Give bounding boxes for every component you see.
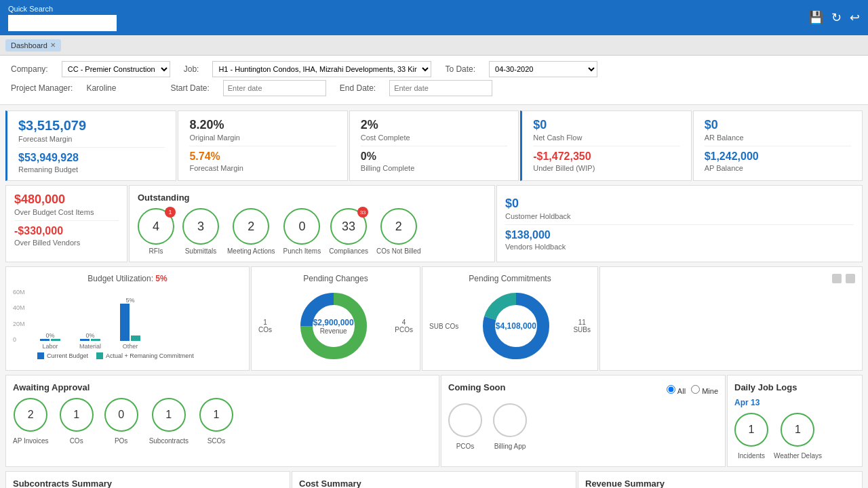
subcontracts-summary-card: Subcontracts Summary Original Contract S… [5,471,290,488]
under-billed-label: Under Billed (WIP) [533,164,679,172]
pending-commitments-title: Pending Commitments [429,274,591,283]
toggle-icon-2[interactable] [846,274,855,283]
outstanding-rfis[interactable]: 4 1 RFIs [138,208,174,255]
meeting-actions-label: Meeting Actions [227,247,275,255]
scos-label: SCOs [208,437,226,445]
vendors-holdback-value: $138,000 [505,229,854,241]
daily-weather-delays[interactable]: 1 Weather Delays [774,413,822,460]
subcontracts-value: 1 [165,409,172,421]
forecast-margin-label: Forecast Margin [18,135,165,143]
awaiting-cos[interactable]: 1 COs [60,398,94,445]
submittals-circle: 3 [182,208,219,245]
customer-holdback-value: $0 [505,197,854,211]
tab-label: Dashboard [11,41,47,49]
awaiting-approval-title: Awaiting Approval [13,382,432,392]
incidents-label: Incidents [738,452,765,460]
legend-actual-remaining: Actual + Remaning Commitment [96,352,194,359]
compliances-value: 33 [342,220,355,234]
outstanding-punch-items[interactable]: 0 Punch Items [283,208,321,255]
outstanding-submittals[interactable]: 3 Submittals [182,208,219,255]
radio-mine-label[interactable]: Mine [691,385,718,395]
outstanding-title: Outstanding [138,192,486,203]
company-select[interactable]: CC - Premier Construction [62,61,170,77]
over-billed-value: -$330,000 [14,225,119,237]
awaiting-approval-card: Awaiting Approval 2 AP Invoices 1 COs [5,375,439,467]
pending-changes-center-value: $2,900,000 [313,318,354,327]
coming-soon-title: Coming Soon [448,382,506,392]
kpi-forecast-margin: $3,515,079 Forecast Margin $53,949,928 R… [5,110,176,181]
radio-all-text: All [677,387,686,395]
punch-items-value: 0 [298,220,305,234]
coming-soon-billing-app[interactable]: Billing App [493,403,527,450]
search-label: Quick Search [8,5,117,13]
cos-value: 1 [73,409,79,421]
legend-current-budget-label: Current Budget [47,352,88,359]
subcontracts-label: Subcontracts [149,437,189,445]
submittals-label: Submittals [185,247,217,255]
outstanding-items: 4 1 RFIs 3 Submittals 2 M [138,208,486,255]
awaiting-pos[interactable]: 0 POs [104,398,138,445]
todate-select[interactable]: 04-30-2020 [489,61,597,77]
daily-incidents[interactable]: 1 Incidents [734,413,768,460]
tab-item[interactable]: Dashboard ✕ [5,39,61,52]
holdback-card: $0 Customer Holdback $138,000 Vendors Ho… [496,185,863,262]
pending-changes-center-sub: Revenue [313,327,354,335]
close-icon[interactable]: ✕ [50,41,56,49]
remaining-budget-label: Remaning Budget [18,165,165,174]
meeting-actions-circle: 2 [233,208,269,245]
compliances-circle: 33 33 [330,208,367,245]
save-icon[interactable]: 💾 [808,10,823,25]
labor-xlabel: Labor [42,343,58,350]
awaiting-scos[interactable]: 1 SCOs [199,398,233,445]
coming-soon-pcos[interactable]: PCOs [448,403,482,450]
radio-mine-input[interactable] [691,385,700,394]
pending-commitments-donut: $4,108,000 [479,289,553,363]
pm-label: Project Manager: [11,83,73,93]
forecast-margin-value: $3,515,079 [18,118,165,134]
awaiting-ap-invoices[interactable]: 2 AP Invoices [13,398,49,445]
compliances-label: Compliances [329,247,368,255]
bar-chart-area: 60M 40M 20M 0 0% Labor [13,289,242,357]
ar-balance-label: AR Balance [705,134,851,142]
legend-current-budget: Current Budget [37,352,88,359]
remaining-budget-value: $53,949,928 [18,152,165,164]
ar-balance-value: $0 [705,118,851,132]
cos-not-billed-value: 2 [395,220,402,234]
top-bar: Quick Search 💾 ↻ ↩ [0,0,868,35]
vendors-holdback-label: Vendors Holdback [505,243,854,251]
material-xlabel: Material [79,343,101,350]
awaiting-subcontracts[interactable]: 1 Subcontracts [149,398,189,445]
subcontracts-circle: 1 [152,398,186,432]
meeting-actions-value: 2 [248,220,254,234]
ap-balance-label: AP Balance [705,164,851,172]
incidents-value: 1 [749,424,755,436]
outstanding-cos-not-billed[interactable]: 2 COs Not Billed [376,208,421,255]
todate-label: To Date: [445,64,475,74]
other-xlabel: Other [123,343,138,350]
bottom-section: Awaiting Approval 2 AP Invoices 1 COs [5,375,863,467]
daily-job-logs-card: Daily Job Logs Apr 13 1 Incidents 1 Weat… [727,375,863,467]
labor-bar-teal [51,339,60,341]
toggle-icon-1[interactable] [832,274,842,283]
pending-commitments-right-label: 11SUBs [573,319,591,333]
kpi-margins: 8.20% Original Margin 5.74% Forecast Mar… [178,110,347,181]
cost-summary-card: Cost Summary Original Budget 56,179,928 … [292,471,576,488]
outstanding-compliances[interactable]: 33 33 Compliances [329,208,368,255]
awaiting-approval-items: 2 AP Invoices 1 COs 0 POs [13,398,432,445]
radio-all-input[interactable] [667,385,675,394]
outstanding-meeting-actions[interactable]: 2 Meeting Actions [227,208,275,255]
refresh-icon[interactable]: ↻ [831,10,842,25]
search-input[interactable] [8,15,117,31]
job-select[interactable]: H1 - Huntington Condos, IHA, Mizrahi Dev… [212,61,431,77]
budget-chart-title: Budget Utilization: 5% [13,274,242,283]
forecast-margin-pct-value: 5.74% [189,150,336,163]
enddate-input[interactable] [389,80,492,96]
back-icon[interactable]: ↩ [850,10,860,25]
startdate-input[interactable] [223,80,326,96]
punch-items-label: Punch Items [283,247,321,255]
other-bar-teal [131,336,140,341]
pos-value: 0 [118,409,124,421]
kpi-balances: $0 AR Balance $1,242,000 AP Balance [693,110,863,181]
enddate-label: End Date: [340,83,376,93]
radio-all-label[interactable]: All [667,385,686,395]
